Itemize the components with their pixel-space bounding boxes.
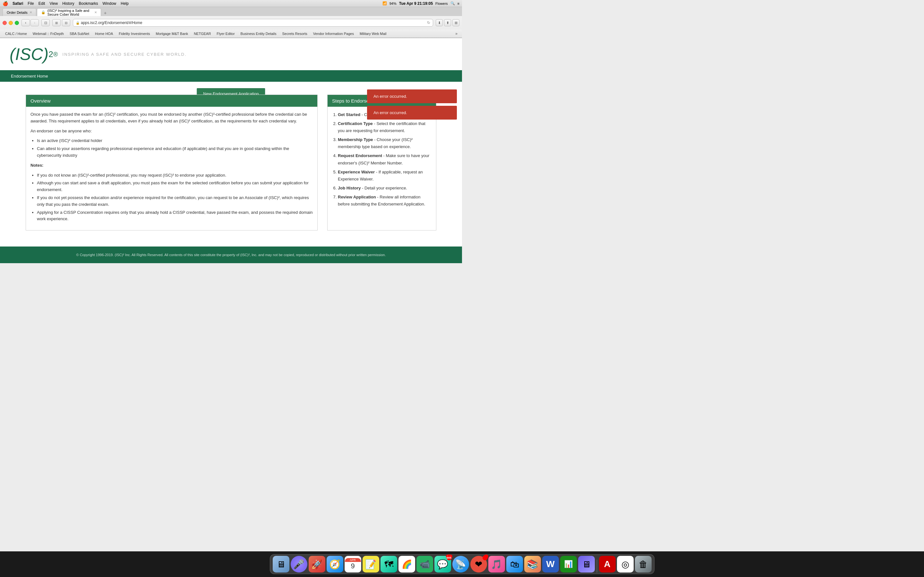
bookmarks-more-button[interactable]: » <box>453 31 459 37</box>
step-7: Review Application - Review all informat… <box>338 193 431 208</box>
menubar-edit[interactable]: Edit <box>39 1 45 6</box>
bookmark-sba[interactable]: SBA SubNet <box>67 31 92 36</box>
logo-registered: ® <box>53 51 58 58</box>
bookmark-military[interactable]: Military Web Mail <box>357 31 389 36</box>
menubar: 🍎 Safari File Edit View History Bookmark… <box>0 0 462 7</box>
menubar-right: 📶 94% Tue Apr 9 21:19:05 Flowers 🔍 ≡ <box>383 1 459 6</box>
tab-label-active: (ISC)² Inspiring a Safe and Secure Cyber… <box>47 9 92 16</box>
reload-button[interactable]: ↻ <box>427 21 430 25</box>
overview-body: Once you have passed the exam for an (IS… <box>26 107 317 230</box>
user-name: Flowers <box>435 2 448 5</box>
tab-order-details[interactable]: Order Details ✕ <box>3 8 36 16</box>
bookmark-secrets[interactable]: Secrets Resorts <box>280 31 310 36</box>
logo-text: (ISC) <box>10 45 48 64</box>
note-1: If you do not know an (ISC)²-certified p… <box>37 172 313 179</box>
fullscreen-window-button[interactable] <box>15 21 19 25</box>
bookmark-business-entity[interactable]: Business Entity Details <box>238 31 279 36</box>
error-box-1: An error occurred. <box>367 89 457 103</box>
steps-list: Get Started - Click New Endorsement Appl… <box>338 111 431 208</box>
new-tab-button[interactable]: ＋ <box>103 10 107 16</box>
nav-buttons: ‹ › <box>21 19 39 26</box>
menubar-window[interactable]: Window <box>103 1 116 6</box>
menubar-bookmarks[interactable]: Bookmarks <box>79 1 98 6</box>
steps-body: Get Started - Click New Endorsement Appl… <box>328 107 436 214</box>
new-tab-grid-button[interactable]: ⊞ <box>452 19 459 26</box>
isc2-logo: (ISC) 2 ® INSPIRING A SAFE AND SECURE CY… <box>10 45 187 64</box>
bookmark-vendor[interactable]: Vendor Information Pages <box>310 31 357 36</box>
step-2: Certification Type - Select the certific… <box>338 120 431 134</box>
share-button[interactable]: ⬆ <box>444 19 451 26</box>
step-5-bold: Experience Waiver <box>338 169 375 174</box>
note-2: Although you can start and save a draft … <box>37 180 313 193</box>
minimize-window-button[interactable] <box>9 21 13 25</box>
forward-button[interactable]: › <box>31 19 39 26</box>
bookmark-fidelity[interactable]: Fidelity Investments <box>116 31 152 36</box>
notes-title: Notes: <box>31 162 313 169</box>
endorser-list: Is an active (ISC)² credential holder Ca… <box>37 137 313 159</box>
note-3: If you do not yet possess the education … <box>37 195 313 208</box>
error-text-2: An error occurred. <box>373 110 407 115</box>
tab-lock-icon: 🔒 <box>41 10 45 15</box>
close-window-button[interactable] <box>3 21 7 25</box>
step-6: Job History - Detail your experience. <box>338 185 431 192</box>
overview-header: Overview <box>26 95 317 107</box>
overview-box: Overview Once you have passed the exam f… <box>26 95 318 230</box>
apple-menu[interactable]: 🍎 <box>3 1 8 6</box>
error-notifications: An error occurred. An error occurred. <box>367 89 457 119</box>
bookmark-mortgage[interactable]: Mortgage M&T Bank <box>153 31 191 36</box>
wifi-icon: 📶 <box>383 1 387 5</box>
tab-close-order[interactable]: ✕ <box>29 11 32 14</box>
back-button[interactable]: ‹ <box>21 19 30 26</box>
bookmarks-bar: CALC / Home Webmail :: FnDepth SBA SubNe… <box>0 29 462 38</box>
bookmark-webmail[interactable]: Webmail :: FnDepth <box>30 31 66 36</box>
overview-title: Overview <box>31 98 51 103</box>
browser-toolbar: ‹ › ⊡ ⊞ ⊟ 🔒 apps.isc2.org/Endorsement/#/… <box>0 16 462 29</box>
step-2-bold: Certification Type <box>338 121 373 126</box>
note-4: Applying for a CISSP Concentration requi… <box>37 210 313 223</box>
menubar-file[interactable]: File <box>27 1 34 6</box>
clock: Tue Apr 9 21:19:05 <box>399 1 433 6</box>
control-center-icon[interactable]: ≡ <box>457 2 459 5</box>
step-4: Request Endorsement - Make sure to have … <box>338 152 431 166</box>
endorser-item-1: Is an active (ISC)² credential holder <box>37 137 313 144</box>
ssl-icon: 🔒 <box>76 21 79 25</box>
bookmark-flyer-editor[interactable]: Flyer Editor <box>214 31 237 36</box>
menubar-help[interactable]: Help <box>121 1 129 6</box>
endorser-item-2: Can attest to your assertions regarding … <box>37 145 313 159</box>
browser-actions: ⬇ ⬆ ⊞ <box>436 19 459 26</box>
url-bar[interactable]: 🔒 apps.isc2.org/Endorsement/#/Home ↻ <box>73 19 433 27</box>
traffic-lights <box>3 21 19 25</box>
step-1-bold: Get Started <box>338 112 360 117</box>
nav-endorsement-home[interactable]: Endorsement Home <box>6 70 53 82</box>
tab-close-isc2[interactable]: ✕ <box>94 11 97 14</box>
bookmark-hoa[interactable]: Home HOA <box>92 31 115 36</box>
logo-tagline: INSPIRING A SAFE AND SECURE CYBER WORLD. <box>63 52 187 57</box>
isc2-navigation: Endorsement Home <box>0 70 462 82</box>
website-content: An error occurred. An error occurred. (I… <box>0 38 462 263</box>
reader-mode-button[interactable]: ⊞ <box>52 19 61 26</box>
step-3-bold: Membership Type <box>338 137 373 142</box>
footer-text: © Copyright 1996-2019. (ISC)² Inc. All R… <box>76 253 386 257</box>
sidebar-toggle[interactable]: ⊡ <box>41 19 50 26</box>
bookmark-netgear[interactable]: NETGEAR <box>191 31 213 36</box>
tab-overview-button[interactable]: ⊟ <box>62 19 70 26</box>
isc2-header: (ISC) 2 ® INSPIRING A SAFE AND SECURE CY… <box>0 38 462 70</box>
download-button[interactable]: ⬇ <box>436 19 443 26</box>
logo-graphic: (ISC) 2 ® <box>10 45 58 64</box>
notes-list: If you do not know an (ISC)²-certified p… <box>37 172 313 223</box>
step-5: Experience Waiver - If applicable, reque… <box>338 169 431 183</box>
tabs-bar: Order Details ✕ 🔒 (ISC)² Inspiring a Saf… <box>0 7 462 16</box>
step-7-bold: Review Application <box>338 195 376 199</box>
bookmark-calc-home[interactable]: CALC / Home <box>3 31 29 36</box>
tab-label: Order Details <box>7 11 27 15</box>
overview-para-2: An endorser can be anyone who: <box>31 128 313 135</box>
battery-status: 94% <box>389 2 397 5</box>
menubar-view[interactable]: View <box>49 1 58 6</box>
search-icon[interactable]: 🔍 <box>451 1 455 5</box>
menubar-history[interactable]: History <box>62 1 74 6</box>
overview-para-1: Once you have passed the exam for an (IS… <box>31 111 313 125</box>
menubar-safari[interactable]: Safari <box>13 1 23 6</box>
step-4-bold: Request Endorsement <box>338 153 382 158</box>
tab-isc2[interactable]: 🔒 (ISC)² Inspiring a Safe and Secure Cyb… <box>37 8 101 16</box>
url-text: apps.isc2.org/Endorsement/#/Home <box>81 21 426 25</box>
